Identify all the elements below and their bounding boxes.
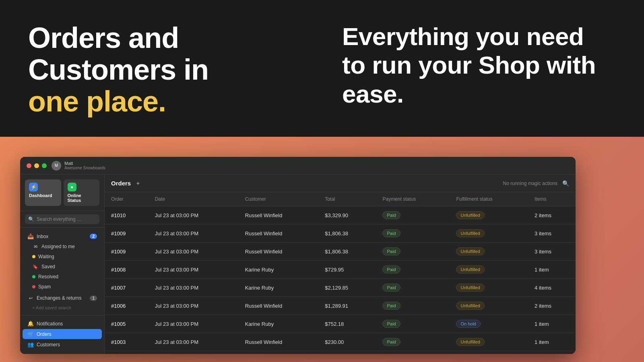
order-items: 1 item [528, 315, 576, 333]
order-payment: Paid [376, 279, 450, 297]
order-total: $1,806.38 [318, 224, 376, 243]
table-row[interactable]: #1003 Jul 23 at 03:00 PM Russell Winfiel… [105, 333, 576, 351]
assigned-label: Assigned to me [41, 244, 75, 249]
order-date: Jul 23 at 03:00 PM [149, 279, 239, 297]
order-fulfillment: Unfulfilled [450, 279, 528, 297]
title-bar-center: M Matt Awesome Snowboards [52, 161, 105, 171]
traffic-light-yellow[interactable] [34, 163, 39, 168]
saved-label: Saved [41, 264, 55, 269]
exchanges-label: Exchanges & returns [37, 295, 81, 301]
col-customer: Customer [239, 192, 319, 206]
order-customer: Russell Winfield [239, 206, 319, 224]
title-bar-info: Matt Awesome Snowboards [64, 161, 105, 170]
sidebar-card-dashboard[interactable]: ⚡ Dashboard [25, 179, 61, 206]
hero-line2: Customers in [28, 53, 208, 86]
order-customer: Karine Ruby [239, 315, 319, 333]
sidebar-search: 🔍 [20, 211, 104, 228]
traffic-light-red[interactable] [27, 163, 31, 168]
sidebar-item-resolved[interactable]: Resolved [23, 272, 102, 282]
order-date: Jul 23 at 03:00 PM [149, 224, 239, 243]
status-label: OnlineStatus [68, 193, 81, 203]
title-bar: M Matt Awesome Snowboards [20, 157, 576, 175]
order-date: Jul 23 at 03:00 PM [149, 315, 239, 333]
table-row[interactable]: #1005 Jul 23 at 03:00 PM Karine Ruby $75… [105, 315, 576, 333]
search-input[interactable] [37, 216, 96, 222]
order-number: #1005 [105, 315, 149, 333]
order-fulfillment: Unfulfilled [450, 243, 528, 261]
sidebar-item-add-saved[interactable]: + Add saved search [23, 303, 102, 312]
add-saved-label: + Add saved search [32, 305, 71, 310]
sidebar-nav: 📥 Inbox 2 ✉ Assigned to me Waiting 🔖 Sav… [20, 228, 104, 354]
order-customer: Russell Winfield [239, 224, 319, 243]
inbox-badge: 2 [90, 234, 97, 239]
traffic-light-green[interactable] [42, 163, 47, 168]
order-fulfillment: Unfulfilled [450, 333, 528, 351]
col-date: Date [149, 192, 239, 206]
order-items: 3 items [528, 243, 576, 261]
order-number: #1008 [105, 261, 149, 279]
order-customer: Russell Winfield [239, 243, 319, 261]
sidebar-item-inbox[interactable]: 📥 Inbox 2 [23, 231, 102, 241]
resolved-label: Resolved [38, 274, 58, 280]
saved-icon: 🔖 [32, 264, 39, 269]
order-fulfillment: Unfulfilled [450, 261, 528, 279]
order-date: Jul 23 at 03:00 PM [149, 333, 239, 351]
shop-name: Awesome Snowboards [64, 166, 105, 170]
table-row[interactable]: #1009 Jul 23 at 03:00 PM Russell Winfiel… [105, 224, 576, 243]
order-items: 1 item [528, 261, 576, 279]
order-date: Jul 23 at 03:00 PM [149, 297, 239, 315]
order-payment: Paid [376, 243, 450, 261]
magic-icon[interactable]: ✦ [136, 180, 140, 187]
order-number: #1006 [105, 297, 149, 315]
main-layout: ⚡ Dashboard ● OnlineStatus 🔍 [20, 175, 576, 354]
order-items: 4 items [528, 279, 576, 297]
col-fulfillment: Fulfillment status [450, 192, 528, 206]
table-row[interactable]: #1010 Jul 23 at 03:00 PM Russell Winfiel… [105, 206, 576, 224]
orders-table: Order Date Customer Total Payment status… [105, 192, 576, 354]
sidebar-item-notifications[interactable]: 🔔 Notifications [23, 319, 102, 329]
sidebar-item-customers[interactable]: 👥 Customers [23, 339, 102, 350]
sidebar-item-spam[interactable]: Spam [23, 282, 102, 292]
table-row[interactable]: #1007 Jul 23 at 03:00 PM Karine Ruby $2,… [105, 279, 576, 297]
order-date: Jul 23 at 03:00 PM [149, 243, 239, 261]
hero-line1: Orders and [28, 22, 179, 54]
table-row[interactable]: #1009 Jul 23 at 03:00 PM Russell Winfiel… [105, 243, 576, 261]
traffic-lights [27, 163, 47, 168]
order-payment: Paid [376, 315, 450, 333]
sidebar-cards: ⚡ Dashboard ● OnlineStatus [25, 179, 99, 206]
sidebar-item-saved[interactable]: 🔖 Saved [23, 262, 102, 272]
dashboard-label: Dashboard [29, 193, 52, 198]
col-total: Total [318, 192, 376, 206]
sidebar-item-waiting[interactable]: Waiting [23, 252, 102, 261]
inbox-label: Inbox [37, 234, 48, 239]
order-payment: Paid [376, 224, 450, 243]
order-total: $3,329.90 [318, 206, 376, 224]
col-payment: Payment status [376, 192, 450, 206]
status-icon: ● [68, 183, 76, 191]
page-title: Orders [111, 180, 131, 187]
search-icon-btn[interactable]: 🔍 [562, 180, 569, 187]
order-items: 2 items [528, 297, 576, 315]
sidebar-card-status[interactable]: ● OnlineStatus [64, 179, 100, 206]
customers-label: Customers [37, 342, 60, 348]
table-row[interactable]: #1006 Jul 23 at 03:00 PM Russell Winfiel… [105, 297, 576, 315]
resolved-dot [32, 275, 35, 278]
order-total: $729.95 [318, 261, 376, 279]
order-number: #1007 [105, 279, 149, 297]
sidebar-top: ⚡ Dashboard ● OnlineStatus [20, 175, 104, 211]
sidebar-item-orders[interactable]: 🛒 Orders [23, 329, 102, 339]
sidebar-item-exchanges[interactable]: ↩ Exchanges & returns 1 [23, 293, 102, 303]
order-total: $1,806.38 [318, 243, 376, 261]
order-date: Jul 23 at 03:00 PM [149, 206, 239, 224]
order-number: #1003 [105, 333, 149, 351]
order-fulfillment: Unfulfilled [450, 224, 528, 243]
customers-icon: 👥 [27, 341, 34, 348]
notifications-label: Notifications [37, 321, 63, 327]
no-actions-label: No running magic actions [503, 181, 557, 186]
sidebar-item-assigned[interactable]: ✉ Assigned to me [23, 242, 102, 251]
waiting-dot [32, 255, 35, 258]
app-window: M Matt Awesome Snowboards ⚡ Dashboard ● … [20, 157, 576, 354]
search-wrap: 🔍 [25, 214, 99, 224]
order-number: #1009 [105, 224, 149, 243]
table-row[interactable]: #1008 Jul 23 at 03:00 PM Karine Ruby $72… [105, 261, 576, 279]
